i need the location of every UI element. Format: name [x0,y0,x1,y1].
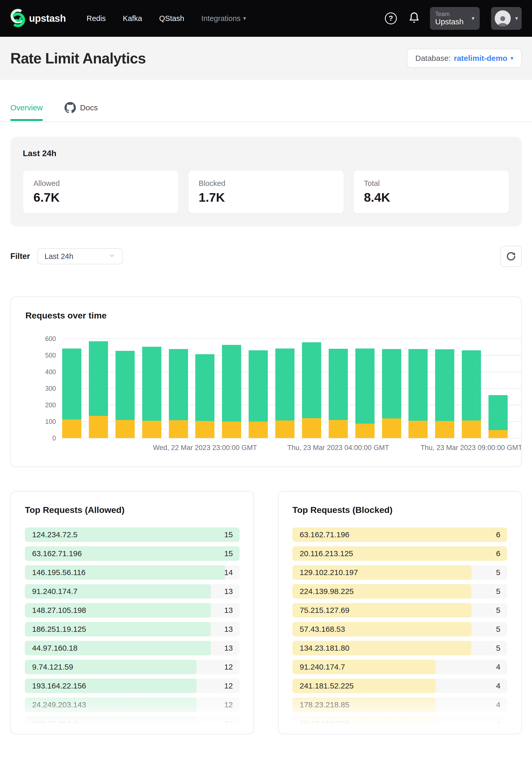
allowed-segment [249,350,268,421]
row-count: 14 [224,565,233,580]
chevron-down-icon: ▾ [515,15,518,22]
stacked-bar-wed-23-00 [195,354,214,438]
blocked-segment [116,420,135,438]
database-name: ratelimit-demo [454,54,507,63]
top-allowed-card: Top Requests (Allowed) 124.234.72.51563.… [10,491,254,734]
list-item: 146.195.56.11614 [25,565,239,580]
filter-row: Filter Last 24h [10,246,522,267]
stat-label: Blocked [199,179,333,188]
brand[interactable]: upstash [10,7,66,29]
blocked-segment [382,418,401,438]
x-axis-tick: Thu, 23 Mar 2023 04:00:00 GMT [287,444,389,452]
stats-heading: Last 24h [23,149,509,158]
allowed-segment [435,349,454,421]
row-ip: 193.164.22.156 [32,678,86,693]
team-switcher-button[interactable]: Team Upstash ▾ [430,7,480,30]
stat-value: 8.4K [364,190,499,205]
blocked-segment [329,420,348,438]
row-ip: 241.181.52.225 [300,678,354,693]
row-count: 5 [496,641,500,655]
notifications-bell-icon[interactable] [408,11,420,25]
bar-series [62,339,508,438]
tab-overview[interactable]: Overview [10,103,43,121]
tab-bar: Overview Docs [0,102,532,122]
row-count: 4 [496,717,500,731]
row-ip: 129.102.210.197 [300,565,358,580]
row-ip: 9.74.121.59 [32,660,73,674]
list-item: 19.47.152.2074 [293,717,507,731]
list-item: 44.97.160.1813 [25,641,239,655]
list-item: 241.181.52.2254 [293,678,507,693]
allowed-segment [329,349,348,420]
blocked-segment [489,430,508,438]
stacked-bar-thu-05-00 [355,349,374,438]
time-range-value: Last 24h [44,252,73,261]
row-ip: 224.139.98.225 [300,584,354,599]
database-selector[interactable]: Database: ratelimit-demo ▾ [407,49,522,68]
row-ip: 75.215.127.69 [300,603,349,617]
allowed-segment [89,341,108,416]
help-icon[interactable]: ? [385,12,397,24]
row-count: 12 [224,698,233,712]
team-name: Upstash [435,17,464,26]
chevron-down-icon: ▾ [472,15,475,22]
row-count: 5 [496,622,500,636]
stacked-bar-wed-18-00 [62,349,81,438]
row-ip: 63.162.71.196 [32,546,82,561]
y-axis-tick: 200 [45,401,56,409]
list-item: 100.47.204.612 [25,717,239,731]
top-blocked-title: Top Requests (Blocked) [293,505,507,515]
y-axis-tick: 500 [45,352,56,359]
stat-label: Total [364,179,499,188]
top-requests-section: Top Requests (Allowed) 124.234.72.51563.… [10,491,522,734]
list-item: 24.249.203.14312 [25,698,239,712]
row-count: 12 [224,717,233,731]
list-item: 91.240.174.713 [25,584,239,599]
nav-right: ? Team Upstash ▾ ▾ [385,7,522,30]
brand-name: upstash [29,13,66,24]
stacked-bar-thu-01-00 [249,350,268,438]
stacked-bar-thu-04-00 [329,349,348,438]
upstash-logo-icon [10,7,25,29]
stacked-bar-wed-19-00 [89,341,108,438]
allowed-segment [169,349,188,420]
chart-x-axis: Wed, 22 Mar 2023 23:00:00 GMTThu, 23 Mar… [62,438,507,454]
blocked-segment [169,420,188,438]
tab-docs[interactable]: Docs [64,102,98,122]
nav-link-redis[interactable]: Redis [86,14,106,23]
account-menu-button[interactable]: ▾ [491,7,522,30]
stat-card-total: Total8.4K [353,170,509,214]
row-count: 12 [224,678,233,693]
blocked-segment [435,421,454,438]
list-item: 148.27.105.19813 [25,603,239,617]
allowed-segment [62,349,81,419]
nav-link-qstash[interactable]: QStash [159,14,184,23]
stacked-bar-thu-07-00 [408,349,427,438]
time-range-select[interactable]: Last 24h [37,248,123,264]
database-label: Database: [415,54,451,63]
stacked-bar-thu-09-00 [462,350,481,438]
row-ip: 100.47.204.6 [32,717,77,731]
tab-docs-label: Docs [80,103,98,112]
row-count: 13 [224,641,233,655]
blocked-segment [222,421,241,438]
y-axis-tick: 600 [45,335,56,343]
stacked-bar-thu-10-00 [489,395,508,438]
list-item: 124.234.72.515 [25,528,239,542]
list-item: 224.139.98.2255 [293,584,507,599]
y-axis-tick: 300 [45,385,56,392]
chart-plot-area [62,339,507,438]
row-ip: 178.23.218.85 [300,698,349,712]
row-ip: 19.47.152.207 [300,717,349,731]
nav-link-kafka[interactable]: Kafka [123,14,142,23]
blocked-segment [408,421,427,438]
requests-chart: 0100200300400500600 [25,339,507,438]
nav-links: RedisKafkaQStashIntegrations▾ [86,14,246,23]
list-item: 75.215.127.695 [293,603,507,617]
refresh-button[interactable] [500,246,522,267]
nav-link-integrations[interactable]: Integrations▾ [201,14,246,23]
top-blocked-list: 63.162.71.196620.116.213.1256129.102.210… [293,528,507,731]
list-item: 129.102.210.1975 [293,565,507,580]
stat-card-blocked: Blocked1.7K [188,170,344,214]
allowed-segment [408,349,427,420]
